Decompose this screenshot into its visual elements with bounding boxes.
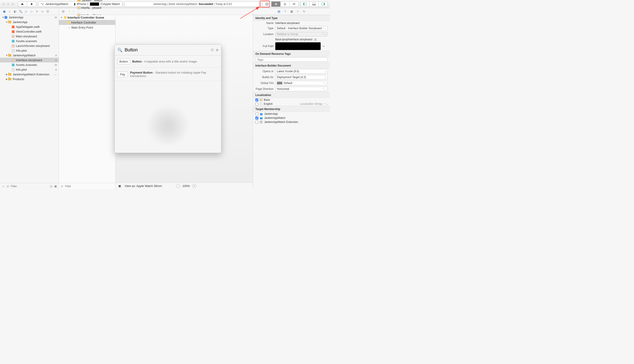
nav-row[interactable]: AppDelegate.swift [0,24,59,29]
strings-icon [260,102,262,105]
close-window[interactable] [2,3,5,6]
inspector-panel: Identity and Type Name Interface.storybo… [253,15,330,189]
reveal-arrow-icon[interactable]: ➜ [323,44,325,48]
identity-section-title: Identity and Type [253,15,330,21]
nav-row[interactable]: Main.storyboard [0,34,59,39]
object-library-popover: 🔍 ⓧ ⊞ ButtonButton - A tappable area wit… [114,44,221,153]
odr-tags-input[interactable] [255,57,328,62]
nav-row[interactable]: ViewController.swift [0,29,59,34]
opens-in-select[interactable]: Latest Xcode (9.0)⌄ [275,69,328,74]
report-navigator-tab[interactable]: ☰ [46,10,50,14]
test-navigator-tab[interactable]: ◇ [30,10,34,14]
issue-navigator-tab[interactable]: ⚠ [24,10,28,14]
quick-help-tab[interactable]: ? [283,10,287,14]
zoom-out-button[interactable]: − [176,184,180,188]
find-navigator-tab[interactable]: 🔍 [19,10,23,14]
zoom-in-button[interactable]: + [192,184,196,188]
nav-row[interactable]: Interface.storyboardA [0,58,59,62]
snippets-button[interactable] [271,1,280,7]
localization-section-title: Localization [253,92,330,98]
zoom-window[interactable] [11,3,14,6]
outline-entry-row[interactable]: → Main Entry Point [59,25,115,30]
navigator-filter-input[interactable] [11,185,48,188]
view-as-label[interactable]: View as: Apple Watch 38mm [125,184,162,188]
file-name-value: Interface.storyboard [275,22,299,25]
outline-controller-row[interactable]: Interface Controller [59,20,115,25]
location-select[interactable]: Relative to Group⌃⌄ [275,32,328,36]
breakpoint-navigator-tab[interactable]: ▭ [40,10,45,14]
global-tint-select[interactable]: Default⌃⌄ [275,81,328,85]
identity-inspector-tab[interactable]: ▦ [289,10,294,14]
media-library-button[interactable]: ◎ [280,1,289,7]
outline-scene-row[interactable]: ▼ Interface Controller Scene [59,15,115,20]
file-inspector-tab[interactable]: ▤ [277,10,281,14]
page-direction-select[interactable]: Horizontal⌃⌄ [275,87,328,91]
location-subpath: Base.lproj/Interface.storyboard [275,38,312,41]
library-button[interactable] [262,1,271,7]
grid-view-icon[interactable]: ⊞ [216,48,218,52]
run-button[interactable]: ▶ [18,1,27,7]
nav-row[interactable]: ▼JankenAppWatchA [0,53,59,58]
nav-row[interactable]: ▶Products [0,77,59,82]
library-item[interactable]: ButtonButton - A tappable area with a ti… [115,56,221,68]
svg-rect-6 [303,3,304,5]
svg-rect-10 [324,3,325,5]
nav-row[interactable]: Assets.xcassetsM [0,62,59,67]
library-item[interactable]: PayPayment Button - Standard button for … [115,68,221,81]
ibdoc-section-title: Interface Builder Document [253,62,330,68]
redacted-fullpath [275,42,321,50]
code-review-button[interactable]: ⇄ [289,1,299,7]
zoom-level: 100% [182,184,190,188]
file-type-select[interactable]: Default - Interface Builder Storyboard⌃⌄ [275,26,328,30]
outline-filter-input[interactable] [65,185,114,188]
nav-row[interactable]: ▼JankenAppM [0,15,59,20]
location-folder-icon[interactable]: ▤ [314,38,316,41]
breadcrumb-item[interactable]: Interfa…yboard [78,6,115,10]
stop-button[interactable]: ■ [27,1,36,7]
project-navigator: ▼JankenAppM▼JankenAppAppDelegate.swiftVi… [0,15,59,189]
debug-navigator-tab[interactable]: ≡ [35,10,39,14]
clear-search-icon[interactable]: ⓧ [211,48,214,52]
loc-base-checkbox[interactable] [255,98,258,102]
loc-english-checkbox[interactable] [255,102,258,106]
library-search-input[interactable] [125,47,208,52]
nav-row[interactable]: ▶JankenAppWatch Extension— [0,72,59,77]
source-control-tab[interactable]: ⎌ [8,10,12,14]
toggle-right-panel[interactable] [319,1,328,7]
nav-row[interactable]: Info.plist [0,48,59,53]
loc-english-kind: Localizable Strings [300,102,323,106]
search-icon: 🔍 [117,48,122,52]
add-icon[interactable]: ＋ [2,184,5,188]
odr-section-title: On Demand Resource Tags [253,51,330,56]
symbol-navigator-tab[interactable]: ◧ [13,10,17,14]
nav-back-icon[interactable]: 〈 [67,10,71,14]
scm-filter-icon[interactable]: ▣ [54,184,57,188]
extension-target-icon: E [260,120,263,124]
project-navigator-tab[interactable]: ▣ [2,10,6,14]
related-items-icon[interactable]: ⊞ [61,10,65,14]
nav-row[interactable]: LaunchScreen.storyboard [0,44,59,48]
attributes-inspector-tab[interactable]: ◊ [296,10,300,14]
toggle-left-panel[interactable] [300,1,309,7]
outline-filter-icon: ⊙ [61,184,63,188]
svg-point-0 [265,3,268,6]
target-app-checkbox[interactable] [255,112,258,116]
size-inspector-tab[interactable]: ↻ [302,10,306,14]
svg-rect-8 [312,4,316,5]
breadcrumb-item[interactable]: Janken…Watch [78,0,115,2]
builds-for-select[interactable]: Deployment Target (4.3)⌄ [275,75,328,80]
nav-row[interactable]: Assets.xcassets [0,39,59,44]
target-membership-title: Target Membership [253,106,330,112]
app-target-icon: 👥 [260,112,263,116]
nav-row[interactable]: ▼JankenApp [0,20,59,24]
minimize-window[interactable] [7,3,10,6]
target-ext-checkbox[interactable] [255,121,258,124]
toggle-bottom-panel[interactable] [309,1,319,7]
filter-icon: ⊙ [7,184,9,188]
nav-row[interactable]: Info.plistA [0,67,59,72]
window-controls [2,3,14,6]
outline-toggle-icon[interactable]: ▣ [118,184,121,188]
nav-forward-icon[interactable]: 〉 [72,10,76,14]
target-watch-checkbox[interactable] [255,116,258,120]
recent-filter-icon[interactable]: ◷ [50,184,52,188]
